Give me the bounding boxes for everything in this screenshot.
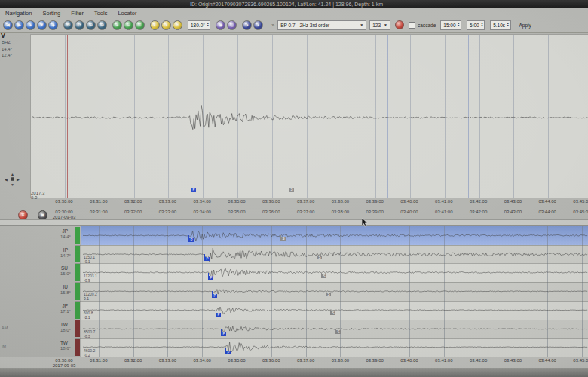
pick-s-button[interactable]: ◑ [161,20,171,30]
rotate-ccw-button[interactable]: ⟲ [63,20,73,30]
rotation-angle-spinner[interactable]: 180.0°▲▼ [188,20,210,30]
station-distance-label: 15.0° [30,271,71,276]
spinner-arrows-icon[interactable]: ▲▼ [507,23,509,28]
pick-flag-label: P [213,294,217,298]
horizontal-scrollbar[interactable] [0,219,588,226]
orientation-select-value: 123 [372,23,381,28]
step-down-button[interactable]: ▼ [37,20,47,30]
trace-area[interactable] [81,245,588,264]
trace-row[interactable]: TW18.0°AM8500.7-0.3PS [0,320,588,339]
time-tick-label: 03:39:00 [366,210,384,214]
pan-left-icon[interactable]: ◀ [5,177,8,182]
time-window-post-value: 5:00 [470,23,479,28]
zoom-out-button[interactable]: ⊖ [97,20,107,30]
step-up-button[interactable]: ▲ [26,20,35,30]
trace-area[interactable] [81,226,588,245]
lower-bottom-time-axis: 03:30:0003:31:0003:32:0003:33:0003:34:00… [0,357,588,368]
trace-row[interactable]: SU15.0°11203.1-0.9PS [0,263,588,282]
trace-row[interactable]: IU15.8°11209.29.1PS [0,282,588,301]
upper-waveform-plot[interactable]: PS [30,34,588,198]
seismogram-waveform [81,263,588,282]
time-tick-label: 03:37:00 [297,358,314,363]
station-distance-label: 15.8° [30,290,71,295]
station-distance-label: 14.7° [30,253,71,258]
window-titlebar[interactable]: ID: Origin#20170903072936.690265.100104,… [0,0,588,8]
time-window-post-spinner[interactable]: 5:00 ▲▼ [467,20,485,30]
trace-row[interactable]: IP14.7°1150.1-0.1PS [0,245,588,264]
time-tick-label: 03:41:00 [435,358,452,363]
previous-station-button[interactable]: ◑ [242,20,252,30]
station-status-bar [75,320,80,338]
trace-row[interactable]: JP17.1°600.8-2.1PS [0,301,588,320]
pick-flag-label: S [317,256,322,259]
cascade-checkbox-group: cascade [409,22,436,29]
station-status-bar [75,339,80,356]
align-origin-time-button[interactable]: ◉ [216,20,225,30]
menu-filter[interactable]: Filter [66,10,89,17]
time-tick-label: 03:34:00 [194,358,211,363]
menu-tools[interactable]: Tools [89,10,113,17]
trace-area[interactable] [81,320,588,339]
lower-top-time-axis: 03:30:0003:31:0003:32:0003:33:0003:34:00… [0,209,588,219]
pan-right-icon[interactable]: ▶ [17,177,20,182]
time-tick-label: 03:45:00 [573,199,588,204]
time-tick-label: 03:36:00 [262,358,280,363]
seismogram-waveform [31,35,588,198]
trace-area[interactable] [81,301,588,320]
pan-up-icon[interactable]: ▲ [11,172,14,176]
amplitude-normalize-button[interactable]: ≡ [135,20,145,30]
time-tick-label: 03:35:00 [228,210,245,214]
time-tick-label: 03:34:00 [194,199,211,204]
spinner-arrows-icon[interactable]: ▲▼ [481,23,483,28]
spinner-arrows-icon[interactable]: ▲▼ [458,23,460,28]
time-tick-label: 03:38:00 [332,210,349,214]
next-station-button[interactable]: ◐ [253,20,263,30]
toolbar-group: ⟲⟳⊕⊖ [63,20,107,30]
time-tick-label: 03:40:00 [400,210,418,214]
upper-station-distance: 14.4° [2,47,12,51]
amplitude-down-button[interactable]: − [124,20,133,30]
spinner-arrows-icon[interactable]: ▲▼ [207,23,209,28]
pick-flag-label: S [322,274,326,278]
time-step-spinner[interactable]: 5.10s ▲▼ [490,20,510,30]
align-picked-phase-button[interactable]: ◎ [227,20,237,30]
trace-area[interactable] [81,338,588,357]
time-tick-label: 03:41:00 [435,210,452,214]
orientation-select[interactable]: 123 ▼ [369,20,390,30]
apply-button[interactable]: Apply [516,22,534,29]
cascade-checkbox[interactable] [409,22,415,29]
station-distance-label: 18.6° [30,346,71,351]
step-right-button[interactable]: ▶ [14,20,24,30]
seismogram-waveform [81,338,588,357]
reset-view-button[interactable]: ◈ [48,20,58,30]
pick-p-button[interactable]: ◐ [150,20,160,30]
time-tick-label: 03:40:00 [400,199,418,204]
pick-flag-label: P [226,351,231,354]
pan-center-icon[interactable]: ⬛ [11,177,14,181]
time-tick-label: 03:43:00 [504,210,522,214]
zoom-in-button[interactable]: ⊕ [86,20,96,30]
pick-auto-button[interactable]: ◓ [173,20,182,30]
upper-station-code: V [1,32,5,39]
amplitude-up-button[interactable]: + [112,20,122,30]
trace-row[interactable]: JP14.4°PS [0,226,588,245]
trace-area[interactable] [81,263,588,282]
time-tick-label: 03:34:00 [194,210,211,214]
filter-select[interactable]: BP 0.7 - 2Hz 3rd order ▼ [277,20,366,30]
pick-flag-label: S [331,311,335,315]
rotate-cw-button[interactable]: ⟳ [75,20,84,30]
pan-down-icon[interactable]: ▼ [11,182,14,187]
toolbar-overflow-icon[interactable]: » [271,23,274,28]
trace-navigation-pad: ▲ ◀ ⬛ ▶ ▼ [5,172,21,188]
record-stop-button[interactable] [395,20,404,29]
time-window-pre-spinner[interactable]: 15:00 ▲▼ [440,20,461,30]
trace-row[interactable]: TW18.6°IM4600.2-0.2P [0,338,588,357]
step-left-button[interactable]: ◀ [3,20,13,30]
time-tick-label: 03:37:00 [297,210,314,214]
row-separator [75,282,588,283]
menu-locator[interactable]: Locator [112,10,142,17]
menu-navigation[interactable]: Navigation [0,10,37,17]
time-tick-label: 03:32:00 [124,210,142,214]
trace-area[interactable] [81,282,588,301]
menu-sorting[interactable]: Sorting [37,10,66,17]
